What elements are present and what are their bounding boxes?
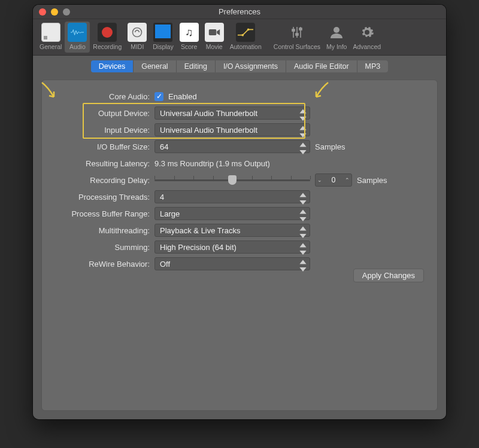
midi-icon <box>128 23 147 42</box>
gear-icon <box>357 23 377 42</box>
chevron-updown-icon <box>299 242 307 253</box>
toolbar-my-info[interactable]: My Info <box>323 22 350 53</box>
button-label: Apply Changes <box>362 271 415 280</box>
chevron-updown-icon <box>299 125 307 136</box>
toolbar-label: Movie <box>206 43 223 50</box>
chevron-updown-icon <box>299 192 307 203</box>
toolbar-label: Recording <box>93 43 122 50</box>
score-icon: ♫ <box>180 23 199 42</box>
select-value: 64 <box>160 142 168 151</box>
select-value: Large <box>160 209 180 218</box>
tab-mp3[interactable]: MP3 <box>357 60 389 72</box>
select-value: Universal Audio Thunderbolt <box>160 126 257 135</box>
label-resulting-latency: Resulting Latency: <box>55 159 154 168</box>
svg-point-0 <box>133 28 142 37</box>
process-buffer-range-select[interactable]: Large <box>154 207 310 220</box>
recording-delay-stepper[interactable]: ⌄ 0 ⌃ <box>315 173 352 187</box>
toolbar-score[interactable]: ♫ Score <box>177 22 202 53</box>
display-icon <box>153 23 172 42</box>
processing-threads-select[interactable]: 4 <box>154 190 310 203</box>
select-value: High Precision (64 bit) <box>160 243 237 252</box>
summing-select[interactable]: High Precision (64 bit) <box>154 240 310 254</box>
label-processing-threads: Processing Threads: <box>55 193 154 202</box>
svg-point-3 <box>247 28 250 31</box>
label-input-device: Input Device: <box>55 126 154 135</box>
select-value: Universal Audio Thunderbolt <box>160 109 257 118</box>
select-value: 4 <box>160 193 164 202</box>
toolbar-label: MIDI <box>131 43 144 50</box>
close-icon[interactable] <box>39 8 46 16</box>
tab-io-assignments[interactable]: I/O Assignments <box>216 60 286 72</box>
label-core-audio: Core Audio: <box>55 92 154 101</box>
svg-point-10 <box>334 27 339 33</box>
content-area: Devices General Editing I/O Assignments … <box>33 56 446 419</box>
sliders-icon <box>287 23 307 42</box>
multithreading-select[interactable]: Playback & Live Tracks <box>154 224 310 237</box>
toolbar-recording[interactable]: Recording <box>90 22 125 53</box>
svg-point-2 <box>242 34 244 36</box>
resulting-latency-value: 9.3 ms Roundtrip (1.9 ms Output) <box>154 159 270 168</box>
toolbar-label: My Info <box>326 43 347 50</box>
toolbar-label: Advanced <box>353 43 381 50</box>
core-audio-checkbox[interactable]: ✓ <box>154 92 163 101</box>
toolbar-label: Display <box>153 43 173 50</box>
unit-samples: Samples <box>357 176 387 185</box>
select-value: Playback & Live Tracks <box>160 226 240 235</box>
io-buffer-select[interactable]: 64 <box>154 140 310 153</box>
zoom-icon[interactable] <box>63 8 70 16</box>
svg-rect-8 <box>296 33 298 35</box>
chevron-up-icon[interactable]: ⌃ <box>345 178 350 183</box>
svg-rect-9 <box>299 28 302 30</box>
label-summing: Summing: <box>55 243 154 252</box>
label-rewire: ReWire Behavior: <box>55 260 154 269</box>
tab-audio-file-editor[interactable]: Audio File Editor <box>286 60 357 72</box>
chevron-updown-icon <box>299 108 307 119</box>
tab-devices[interactable]: Devices <box>91 60 134 72</box>
general-icon <box>41 23 60 42</box>
tab-editing[interactable]: Editing <box>177 60 216 72</box>
label-process-buffer-range: Process Buffer Range: <box>55 209 154 218</box>
person-icon <box>327 23 346 42</box>
label-recording-delay: Recording Delay: <box>55 176 154 185</box>
chevron-updown-icon <box>299 225 307 236</box>
minimize-icon[interactable] <box>51 8 58 16</box>
label-output-device: Output Device: <box>55 109 154 118</box>
slider-thumb-icon[interactable] <box>228 175 237 185</box>
devices-panel: Core Audio: ✓ Enabled Output Device: Uni… <box>41 80 438 411</box>
rewire-select[interactable]: Off <box>154 257 310 270</box>
chevron-down-icon[interactable]: ⌄ <box>317 178 322 183</box>
toolbar-midi[interactable]: MIDI <box>125 22 150 53</box>
input-device-select[interactable]: Universal Audio Thunderbolt <box>154 123 310 136</box>
toolbar-display[interactable]: Display <box>150 22 176 53</box>
tab-general[interactable]: General <box>134 60 176 72</box>
recording-delay-slider[interactable] <box>154 174 310 186</box>
label-enabled: Enabled <box>168 92 197 101</box>
toolbar-audio[interactable]: Audio <box>65 22 90 53</box>
toolbar-label: Automation <box>230 43 262 50</box>
window-title: Preferences <box>219 7 260 16</box>
toolbar-automation[interactable]: Automation <box>227 22 265 53</box>
automation-icon <box>236 23 255 42</box>
chevron-updown-icon <box>299 259 307 270</box>
toolbar-label: Score <box>181 43 197 50</box>
stepper-value: 0 <box>332 176 336 184</box>
record-icon <box>98 23 117 42</box>
unit-samples: Samples <box>315 142 345 151</box>
toolbar-control-surfaces[interactable]: Control Surfaces <box>271 22 323 53</box>
chevron-updown-icon <box>299 142 307 153</box>
toolbar-general[interactable]: General <box>37 22 65 53</box>
label-multithreading: Multithreading: <box>55 226 154 235</box>
toolbar-label: Audio <box>69 43 86 50</box>
audio-icon <box>68 23 87 42</box>
svg-rect-1 <box>209 29 217 35</box>
svg-rect-7 <box>292 29 295 31</box>
label-io-buffer: I/O Buffer Size: <box>55 142 154 151</box>
window-controls <box>39 8 70 16</box>
toolbar-movie[interactable]: Movie <box>202 22 227 53</box>
toolbar-label: General <box>40 43 62 50</box>
apply-changes-button[interactable]: Apply Changes <box>353 269 424 282</box>
toolbar: General Audio Recording MIDI Display ♫ S… <box>33 19 446 56</box>
titlebar: Preferences <box>33 5 446 19</box>
output-device-select[interactable]: Universal Audio Thunderbolt <box>154 106 310 120</box>
toolbar-advanced[interactable]: Advanced <box>350 22 384 53</box>
